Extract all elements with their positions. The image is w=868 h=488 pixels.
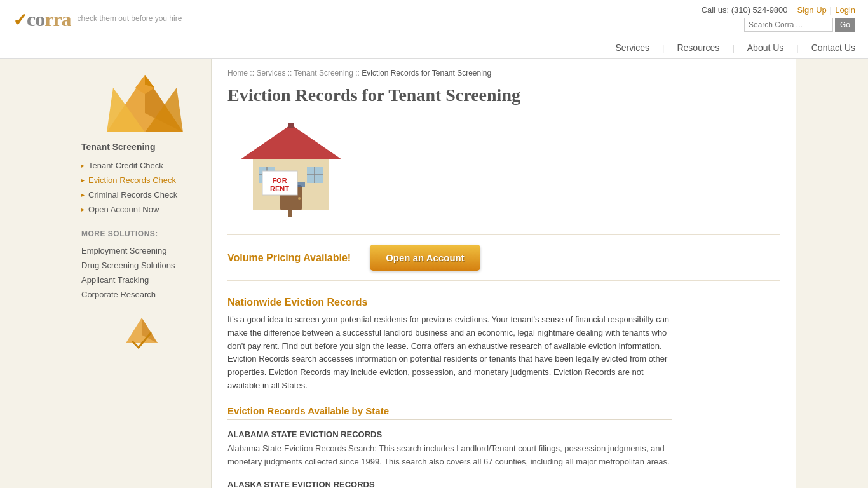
open-account-sidebar-link[interactable]: Open Account Now: [88, 205, 159, 214]
more-solutions-nav: Employment Screening Drug Screening Solu…: [81, 243, 201, 302]
criminal-records-link[interactable]: Criminal Records Check: [88, 190, 177, 200]
applicant-tracking-link[interactable]: Applicant Tracking: [81, 275, 149, 285]
eviction-records-link[interactable]: Eviction Records Check: [88, 175, 176, 185]
nationwide-text: It's a good idea to screen your potentia…: [227, 313, 672, 393]
breadcrumb-tenant-screening[interactable]: Tenant Screening: [294, 69, 353, 78]
logo-area: ✓corra check them out before you hire: [13, 5, 182, 32]
nav-about[interactable]: About Us: [747, 43, 784, 53]
svg-marker-10: [240, 125, 342, 159]
svg-rect-11: [288, 123, 294, 128]
sidebar-item-eviction-records[interactable]: Eviction Records Check: [81, 173, 201, 187]
sidebar-logo-small: [81, 315, 201, 351]
nav-bar: Services | Resources | About Us | Contac…: [0, 37, 868, 59]
pricing-section: Volume Pricing Available! Open an Accoun…: [227, 234, 780, 281]
state-alabama: ALABAMA STATE EVICTION RECORDS Alabama S…: [227, 430, 672, 469]
nav-services[interactable]: Services: [615, 43, 649, 53]
search-form: Go: [744, 18, 855, 32]
logo: ✓corra: [13, 5, 71, 32]
open-account-button[interactable]: Open an Account: [370, 245, 480, 271]
alabama-text: Alabama State Eviction Records Search: T…: [227, 442, 672, 469]
sidebar-item-applicant-tracking[interactable]: Applicant Tracking: [81, 273, 201, 287]
sidebar-item-employment[interactable]: Employment Screening: [81, 243, 201, 258]
sidebar-item-tenant-credit[interactable]: Tenant Credit Check: [81, 158, 201, 173]
sidebar-item-corporate-research[interactable]: Corporate Research: [81, 287, 201, 302]
svg-text:RENT: RENT: [270, 185, 289, 193]
sidebar-item-drug-screening[interactable]: Drug Screening Solutions: [81, 258, 201, 273]
corporate-research-link[interactable]: Corporate Research: [81, 290, 156, 299]
volume-pricing-text: Volume Pricing Available!: [227, 252, 351, 264]
search-input[interactable]: [744, 18, 833, 32]
nav-contact[interactable]: Contact Us: [811, 43, 855, 53]
state-alaska: ALASKA STATE EVICTION RECORDS Alaska Sta…: [227, 480, 672, 488]
search-button[interactable]: Go: [835, 18, 855, 32]
alaska-title: ALASKA STATE EVICTION RECORDS: [227, 480, 672, 488]
sidebar-item-criminal-records[interactable]: Criminal Records Check: [81, 187, 201, 202]
house-illustration: FOR RENT: [227, 115, 780, 222]
more-solutions-title: MORE SOLUTIONS:: [81, 229, 201, 238]
breadcrumb-current: Eviction Records for Tenant Screening: [362, 69, 491, 78]
svg-point-19: [298, 197, 301, 200]
top-links: Sign Up | Login: [797, 5, 855, 15]
sidebar-bird-illustration: [100, 69, 183, 132]
sidebar: Tenant Screening Tenant Credit Check Evi…: [72, 59, 212, 488]
breadcrumb-home[interactable]: Home: [227, 69, 248, 78]
signup-link[interactable]: Sign Up: [797, 5, 827, 15]
eviction-states-title: Eviction Records Available by State: [227, 405, 672, 420]
tenant-credit-link[interactable]: Tenant Credit Check: [88, 161, 163, 170]
breadcrumb: Home :: Services :: Tenant Screening :: …: [227, 69, 780, 78]
sidebar-item-open-account[interactable]: Open Account Now: [81, 202, 201, 217]
drug-screening-link[interactable]: Drug Screening Solutions: [81, 261, 175, 270]
sidebar-nav: Tenant Credit Check Eviction Records Che…: [81, 158, 201, 217]
breadcrumb-services[interactable]: Services: [256, 69, 285, 78]
svg-text:FOR: FOR: [272, 177, 287, 184]
main-content: Home :: Services :: Tenant Screening :: …: [212, 59, 796, 488]
employment-link[interactable]: Employment Screening: [81, 246, 166, 255]
nav-resources[interactable]: Resources: [677, 43, 719, 53]
body-content: Nationwide Eviction Records It's a good …: [227, 297, 672, 488]
nationwide-title: Nationwide Eviction Records: [227, 297, 672, 308]
login-link[interactable]: Login: [835, 5, 855, 15]
logo-tagline: check them out before you hire: [78, 14, 182, 23]
phone-number: Call us: (310) 524-9800: [702, 5, 788, 15]
alabama-title: ALABAMA STATE EVICTION RECORDS: [227, 430, 672, 439]
page-title: Eviction Records for Tenant Screening: [227, 85, 780, 105]
